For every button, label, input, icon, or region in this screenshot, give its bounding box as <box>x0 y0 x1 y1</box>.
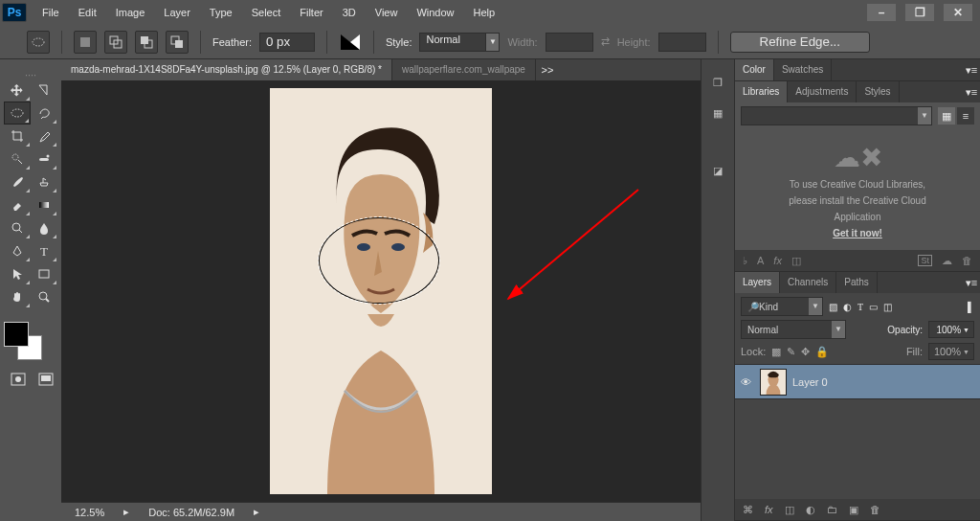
eyedropper-tool[interactable] <box>31 125 57 147</box>
doc-info-popup-icon[interactable]: ▸ <box>250 506 263 518</box>
filter-shape-icon[interactable]: ▭ <box>869 302 878 312</box>
menu-image[interactable]: Image <box>106 0 155 25</box>
lock-position-icon[interactable]: ✥ <box>801 346 810 358</box>
refine-edge-button[interactable]: Refine Edge... <box>730 32 870 53</box>
dodge-tool[interactable] <box>4 216 31 239</box>
rail-grip-icon[interactable]: ···· <box>4 69 57 77</box>
color-panel-menu-icon[interactable]: ▾≡ <box>963 59 980 80</box>
artboard-tool[interactable] <box>31 79 57 102</box>
rectangle-tool[interactable] <box>31 262 57 285</box>
new-layer-icon[interactable]: ▣ <box>849 504 858 516</box>
move-tool[interactable] <box>4 79 31 102</box>
zoom-level[interactable]: 12.5% <box>69 507 110 518</box>
menu-type[interactable]: Type <box>200 0 242 25</box>
tab-color[interactable]: Color <box>735 59 774 80</box>
filter-pixel-icon[interactable]: ▧ <box>829 302 837 312</box>
path-selection-tool[interactable] <box>4 262 31 285</box>
color-swatches[interactable] <box>4 322 42 360</box>
fill-input[interactable]: 100%▼ <box>928 343 974 360</box>
swatch-add-icon[interactable]: ◫ <box>791 255 801 267</box>
delete-layer-icon[interactable]: 🗑 <box>870 504 880 515</box>
layer-fx-icon[interactable]: fx <box>765 504 773 515</box>
brush-tool[interactable] <box>4 170 31 193</box>
lib-get-link[interactable]: Get it now! <box>833 228 882 238</box>
tab-layers[interactable]: Layers <box>735 272 780 293</box>
actions-panel-icon[interactable]: ▦ <box>706 102 729 125</box>
properties-panel-icon[interactable]: ◪ <box>706 159 729 182</box>
tab-swatches[interactable]: Swatches <box>774 59 832 80</box>
feather-input[interactable] <box>259 33 315 52</box>
doc-tab-active[interactable]: mazda-mehrad-1X14S8DFa4Y-unsplash.jpg @ … <box>61 59 392 80</box>
delete-icon[interactable]: 🗑 <box>962 255 972 266</box>
menu-window[interactable]: Window <box>407 0 463 25</box>
tab-adjustments[interactable]: Adjustments <box>788 81 857 102</box>
group-icon[interactable]: 🗀 <box>827 504 837 515</box>
layers-panel-menu-icon[interactable]: ▾≡ <box>963 272 980 293</box>
layer-row[interactable]: 👁 Layer 0 <box>735 364 980 398</box>
crop-tool[interactable] <box>4 125 31 147</box>
new-selection-icon[interactable] <box>74 31 97 54</box>
anti-alias-icon[interactable] <box>339 33 362 52</box>
filter-adjust-icon[interactable]: ◐ <box>843 302 852 312</box>
menu-layer[interactable]: Layer <box>154 0 200 25</box>
link-layers-icon[interactable]: ⌘ <box>743 504 753 516</box>
lasso-tool[interactable] <box>31 102 57 125</box>
layer-filter-kind[interactable]: 🔎 Kind▼ <box>741 297 823 316</box>
lock-pixels-icon[interactable]: ✎ <box>787 346 795 358</box>
type-tool[interactable]: T <box>31 239 57 262</box>
tab-paths[interactable]: Paths <box>836 272 878 293</box>
tab-styles[interactable]: Styles <box>857 81 899 102</box>
healing-brush-tool[interactable] <box>31 147 57 170</box>
lib-list-view-icon[interactable]: ≡ <box>957 107 974 125</box>
intersect-selection-icon[interactable] <box>166 31 189 54</box>
filter-toggle-icon[interactable]: ▌ <box>968 302 974 312</box>
opacity-input[interactable]: 100%▼ <box>928 321 974 338</box>
doc-size[interactable]: Doc: 65.2M/62.9M <box>143 507 240 518</box>
tab-libraries[interactable]: Libraries <box>735 81 788 102</box>
screen-mode-icon[interactable] <box>33 370 57 389</box>
window-close[interactable]: ✕ <box>944 4 972 21</box>
elliptical-marquee-tool[interactable] <box>4 102 31 125</box>
lib-grid-view-icon[interactable]: ▦ <box>938 107 955 125</box>
layer-visibility-icon[interactable]: 👁 <box>741 376 754 388</box>
gradient-tool[interactable] <box>31 193 57 216</box>
menu-file[interactable]: File <box>33 0 69 25</box>
blur-tool[interactable] <box>31 216 57 239</box>
menu-edit[interactable]: Edit <box>69 0 106 25</box>
zoom-tool[interactable] <box>31 285 57 308</box>
doc-tabs-overflow[interactable]: >> <box>536 59 559 80</box>
char-style-icon[interactable]: ♭ <box>743 255 747 267</box>
quick-mask-icon[interactable] <box>6 370 30 389</box>
filter-smart-icon[interactable]: ◫ <box>883 302 892 312</box>
lock-transparency-icon[interactable]: ▩ <box>771 346 781 358</box>
tab-channels[interactable]: Channels <box>780 272 836 293</box>
layer-thumbnail[interactable] <box>760 369 787 396</box>
blend-mode-select[interactable]: Normal▼ <box>741 320 846 339</box>
menu-help[interactable]: Help <box>464 0 505 25</box>
layers-empty-area[interactable] <box>735 398 980 499</box>
menu-select[interactable]: Select <box>242 0 291 25</box>
history-panel-icon[interactable]: ❐ <box>706 71 729 94</box>
layer-mask-icon[interactable]: ◫ <box>785 504 794 516</box>
libraries-panel-menu-icon[interactable]: ▾≡ <box>963 81 980 102</box>
pen-tool[interactable] <box>4 239 31 262</box>
style-select[interactable]: Normal▼ <box>419 33 500 52</box>
subtract-selection-icon[interactable] <box>135 31 158 54</box>
clone-stamp-tool[interactable] <box>31 170 57 193</box>
menu-3d[interactable]: 3D <box>333 0 366 25</box>
add-selection-icon[interactable] <box>104 31 127 54</box>
menu-view[interactable]: View <box>366 0 408 25</box>
doc-tab-inactive[interactable]: wallpaperflare.com_wallpape <box>392 59 536 80</box>
window-maximize[interactable]: ❐ <box>905 4 934 21</box>
filter-type-icon[interactable]: T <box>858 302 863 312</box>
window-minimize[interactable]: – <box>867 4 896 21</box>
para-style-icon[interactable]: A <box>757 255 764 266</box>
zoom-popup-icon[interactable]: ▸ <box>120 506 133 518</box>
libraries-select[interactable]: ▼ <box>741 106 932 125</box>
layer-name[interactable]: Layer 0 <box>792 376 828 388</box>
lock-all-icon[interactable]: 🔒 <box>815 346 829 358</box>
tool-preset-icon[interactable] <box>27 31 50 54</box>
quick-selection-tool[interactable] <box>4 147 31 170</box>
cloud-sync-icon[interactable]: ☁ <box>942 255 952 267</box>
fx-icon[interactable]: fx <box>773 255 782 266</box>
